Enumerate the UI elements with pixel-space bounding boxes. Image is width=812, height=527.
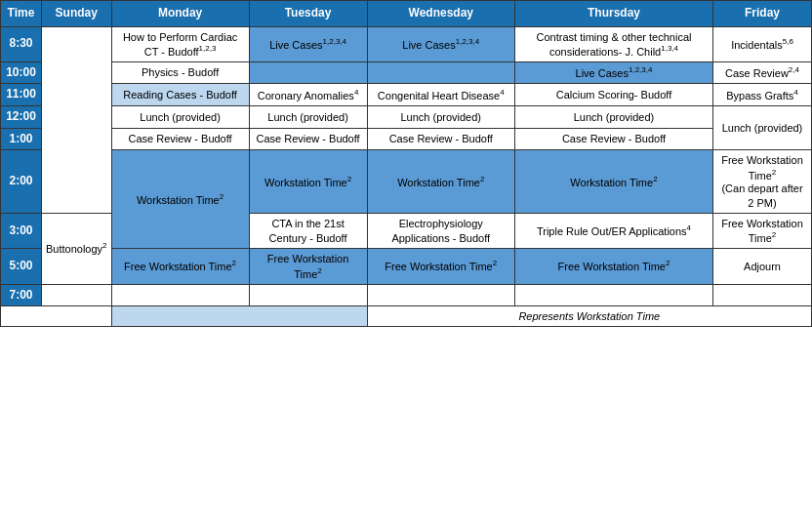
time-cell: 1:00: [1, 128, 42, 150]
wednesday-header: Wednesday: [367, 1, 514, 27]
legend-color-box: [111, 306, 367, 327]
friday-200: Free Workstation Time2(Can depart after …: [713, 150, 812, 214]
monday-1100: Reading Cases - Budoff: [111, 84, 249, 106]
table-row: 2:00 Workstation Time2 Workstation Time2…: [1, 150, 812, 214]
wednesday-200: Workstation Time2: [367, 150, 514, 214]
friday-1200: Lunch (provided): [713, 106, 812, 150]
tuesday-200: Workstation Time2: [249, 150, 367, 214]
time-cell: 5:00: [1, 249, 42, 284]
thursday-header: Thursday: [514, 1, 712, 27]
thursday-100: Case Review - Budoff: [514, 128, 712, 150]
tuesday-830: Live Cases1,2,3,4: [249, 26, 367, 61]
friday-1100: Bypass Grafts4: [713, 84, 812, 106]
sunday-700: [42, 284, 112, 306]
legend-empty: [1, 306, 112, 327]
thursday-830: Contrast timing & other technical consid…: [514, 26, 712, 61]
legend-row: Represents Workstation Time: [1, 306, 812, 327]
wednesday-830: Live Cases1,2,3,4: [367, 26, 514, 61]
table-row: 12:00 Lunch (provided) Lunch (provided) …: [1, 106, 812, 129]
monday-1200: Lunch (provided): [111, 106, 249, 129]
time-cell: 10:00: [1, 61, 42, 84]
tuesday-300: CTA in the 21st Century - Budoff: [249, 214, 367, 249]
monday-500: Free Workstation Time2: [111, 249, 249, 284]
friday-1000: Case Review2,4: [713, 61, 812, 84]
thursday-1000: Live Cases1,2,3,4: [514, 61, 712, 84]
wednesday-700: [367, 284, 514, 306]
wednesday-1000: [367, 61, 514, 84]
time-cell: 3:00: [1, 214, 42, 249]
tuesday-500: Free Workstation Time2: [249, 249, 367, 284]
thursday-300: Triple Rule Out/ER Applications4: [514, 214, 712, 249]
monday-200: Workstation Time2: [111, 150, 249, 249]
tuesday-1200: Lunch (provided): [249, 106, 367, 129]
time-header: Time: [1, 1, 42, 27]
wednesday-1100: Congenital Heart Disease4: [367, 84, 514, 106]
table-row: 1:00 Case Review - Budoff Case Review - …: [1, 128, 812, 150]
time-cell: 11:00: [1, 84, 42, 106]
thursday-500: Free Workstation Time2: [514, 249, 712, 284]
time-cell: 8:30: [1, 26, 42, 61]
tuesday-1100: Coronary Anomalies4: [249, 84, 367, 106]
thursday-700: [514, 284, 712, 306]
friday-830: Incidentals5,6: [713, 26, 812, 61]
friday-700: [713, 284, 812, 306]
friday-500: Adjourn: [713, 249, 812, 284]
schedule-table: Time Sunday Monday Tuesday Wednesday Thu…: [0, 0, 812, 327]
friday-300: Free Workstation Time2: [713, 214, 812, 249]
wednesday-500: Free Workstation Time2: [367, 249, 514, 284]
table-row: 5:00 Free Workstation Time2 Free Worksta…: [1, 249, 812, 284]
sunday-cell: [42, 26, 112, 213]
time-cell: 7:00: [1, 284, 42, 306]
monday-1000: Physics - Budoff: [111, 61, 249, 84]
thursday-1200: Lunch (provided): [514, 106, 712, 129]
monday-header: Monday: [111, 1, 249, 27]
tuesday-100: Case Review - Budoff: [249, 128, 367, 150]
tuesday-1000: [249, 61, 367, 84]
friday-header: Friday: [713, 1, 812, 27]
schedule-container: Time Sunday Monday Tuesday Wednesday Thu…: [0, 0, 812, 327]
table-row: 11:00 Reading Cases - Budoff Coronary An…: [1, 84, 812, 106]
sunday-300: Buttonology2: [42, 214, 112, 285]
wednesday-1200: Lunch (provided): [367, 106, 514, 129]
tuesday-700: [249, 284, 367, 306]
sunday-header: Sunday: [42, 1, 112, 27]
thursday-1100: Calcium Scoring- Budoff: [514, 84, 712, 106]
wednesday-100: Case Review - Budoff: [367, 128, 514, 150]
legend-text: Represents Workstation Time: [367, 306, 811, 327]
monday-700: [111, 284, 249, 306]
wednesday-300: Electrophysiology Applications - Budoff: [367, 214, 514, 249]
table-row: 7:00: [1, 284, 812, 306]
thursday-200: Workstation Time2: [514, 150, 712, 214]
time-cell: 12:00: [1, 106, 42, 129]
monday-830: How to Perform Cardiac CT - Budoff1,2,3: [111, 26, 249, 61]
tuesday-header: Tuesday: [249, 1, 367, 27]
monday-100: Case Review - Budoff: [111, 128, 249, 150]
table-row: 10:00 Physics - Budoff Live Cases1,2,3,4…: [1, 61, 812, 84]
table-row: 8:30 How to Perform Cardiac CT - Budoff1…: [1, 26, 812, 61]
time-cell: 2:00: [1, 150, 42, 214]
